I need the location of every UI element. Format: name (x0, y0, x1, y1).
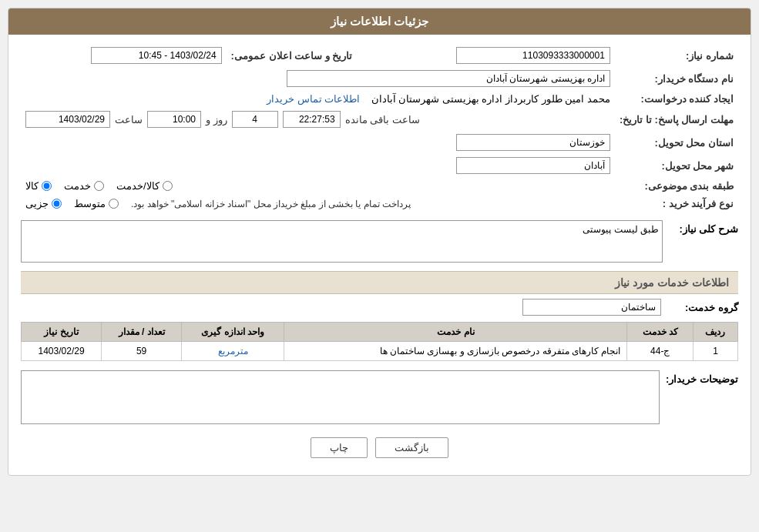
mohlat-cell: ساعت روز و ساعت باقی مانده (21, 108, 615, 131)
col-name: نام خدمت (284, 323, 627, 342)
radio-khedmat-input[interactable] (94, 181, 104, 191)
nooe-farayand-cell: جزیی متوسط پرداخت تمام یا بخشی از مبلغ خ… (21, 195, 615, 212)
tarikh-label: تاریخ و ساعت اعلان عمومی: (227, 44, 376, 67)
table-row: 1 ج-44 انجام کارهای متفرقه درخصوص بازساز… (22, 342, 738, 361)
ostan-label: استان محل تحویل: (615, 131, 738, 154)
services-table: ردیف کد خدمت نام خدمت واحد اندازه گیری ت… (21, 322, 738, 361)
tozihat-label: توضیحات خریدار: (666, 370, 738, 385)
ostan-cell (21, 131, 615, 154)
nam-dastgah-label: نام دستگاه خریدار: (615, 67, 738, 90)
cell-unit: مترمربع (182, 342, 284, 361)
shomare-niaz-label: شماره نیاز: (615, 44, 738, 67)
tabaghe-cell: کالا خدمت کالا/خدمت (21, 177, 615, 195)
tozihat-row: توضیحات خریدار: (21, 370, 738, 427)
mohlat-date-input[interactable] (25, 111, 110, 128)
shomare-niaz-cell (375, 44, 615, 67)
radio-khedmat[interactable]: خدمت (64, 180, 104, 192)
nam-dastgah-input[interactable] (287, 70, 610, 87)
radio-kala-khedmat[interactable]: کالا/خدمت (116, 180, 173, 192)
services-section-header: اطلاعات خدمات مورد نیاز (21, 271, 738, 294)
radio-motavasset-label: متوسط (74, 198, 106, 209)
mohlat-roz-input[interactable] (232, 111, 278, 128)
radio-kala-khedmat-input[interactable] (163, 181, 173, 191)
ijad-konande-link[interactable]: اطلاعات تماس خریدار (267, 93, 360, 105)
shahr-cell (21, 154, 615, 177)
col-code: کد خدمت (627, 323, 694, 342)
cell-amount: 59 (102, 342, 182, 361)
shahr-input[interactable] (456, 157, 610, 174)
cell-code: ج-44 (627, 342, 694, 361)
print-button[interactable]: چاپ (311, 437, 368, 458)
sharh-koli-content: طبق لیست پیوستی (21, 220, 663, 265)
main-card: جزئیات اطلاعات نیاز شماره نیاز: تاریخ و … (8, 8, 751, 476)
cell-name: انجام کارهای متفرقه درخصوص بازسازی و بهس… (284, 342, 627, 361)
tarikh-input[interactable] (91, 47, 222, 64)
mohlat-time-input[interactable] (147, 111, 201, 128)
card-header: جزئیات اطلاعات نیاز (8, 8, 751, 35)
col-date: تاریخ نیاز (22, 323, 102, 342)
tarikh-cell (21, 44, 227, 67)
cell-date: 1403/02/29 (22, 342, 102, 361)
radio-motavasset[interactable]: متوسط (74, 198, 119, 209)
ijad-konande-cell: محمد امین طلور کاربرداز اداره بهزیستی شه… (21, 90, 615, 108)
radio-jozi-label: جزیی (25, 198, 49, 209)
sharh-koli-textarea[interactable]: طبق لیست پیوستی (21, 220, 663, 263)
col-amount: تعداد / مقدار (102, 323, 182, 342)
back-button[interactable]: بازگشت (375, 437, 448, 458)
sharh-koli-label: شرح کلی نیاز: (669, 220, 738, 235)
nam-dastgah-cell (21, 67, 615, 90)
cell-radif: 1 (693, 342, 737, 361)
ijad-konande-label: ایجاد کننده درخواست: (615, 90, 738, 108)
mohlat-remaining-input[interactable] (283, 111, 341, 128)
info-table-top: شماره نیاز: تاریخ و ساعت اعلان عمومی: نا… (21, 44, 738, 212)
mohlat-saaat-label: ساعت باقی مانده (345, 114, 420, 125)
shomare-niaz-input[interactable] (456, 47, 610, 64)
page-title: جزئیات اطلاعات نیاز (331, 15, 428, 28)
tabaghe-label: طبقه بندی موضوعی: (615, 177, 738, 195)
shahr-label: شهر محل تحویل: (615, 154, 738, 177)
radio-khedmat-label: خدمت (64, 180, 91, 192)
mohlat-label: مهلت ارسال پاسخ: تا تاریخ: (615, 108, 738, 131)
ijad-konande-value: محمد امین طلور کاربرداز اداره بهزیستی شه… (371, 93, 610, 105)
col-radif: ردیف (693, 323, 737, 342)
radio-motavasset-input[interactable] (109, 199, 119, 209)
ostan-input[interactable] (456, 134, 610, 151)
radio-kala-input[interactable] (42, 181, 52, 191)
tozihat-content (21, 370, 660, 427)
mohlat-roz-label: روز و (206, 114, 227, 125)
group-label: گروه خدمت: (669, 302, 738, 313)
sharh-koli-row: شرح کلی نیاز: طبق لیست پیوستی (21, 220, 738, 265)
col-unit: واحد اندازه گیری (182, 323, 284, 342)
nooe-farayand-label: نوع فرآیند خرید : (615, 195, 738, 212)
group-input[interactable] (522, 299, 661, 316)
radio-jozi[interactable]: جزیی (25, 198, 62, 209)
tozihat-textarea[interactable] (21, 370, 660, 424)
radio-jozi-input[interactable] (52, 199, 62, 209)
buttons-row: بازگشت چاپ (21, 437, 738, 466)
nooe-farayand-note: پرداخت تمام یا بخشی از مبلغ خریداز محل "… (131, 199, 411, 209)
page-wrapper: جزئیات اطلاعات نیاز شماره نیاز: تاریخ و … (0, 0, 759, 532)
radio-kala-khedmat-label: کالا/خدمت (116, 180, 160, 192)
radio-kala[interactable]: کالا (25, 180, 52, 192)
group-row: گروه خدمت: (21, 299, 738, 316)
card-body: شماره نیاز: تاریخ و ساعت اعلان عمومی: نا… (8, 35, 751, 475)
mohlat-time-label: ساعت (115, 114, 143, 125)
radio-kala-label: کالا (25, 180, 39, 192)
